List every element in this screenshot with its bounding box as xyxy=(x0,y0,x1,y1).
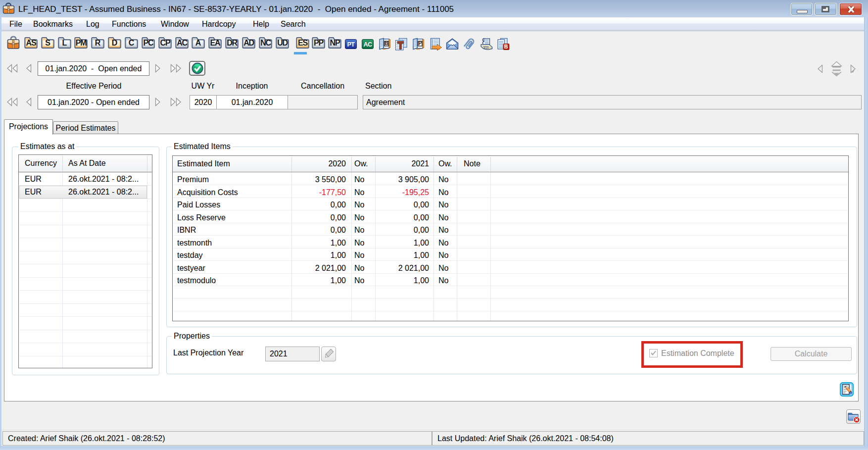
svg-text:AD: AD xyxy=(243,39,254,47)
svg-text:AS: AS xyxy=(26,39,37,47)
svg-text:D: D xyxy=(112,39,118,47)
svg-text:ES: ES xyxy=(298,39,308,47)
svg-text:A: A xyxy=(195,39,201,47)
svg-text:EA: EA xyxy=(210,39,221,47)
svg-text:AC: AC xyxy=(177,39,188,47)
svg-text:DR: DR xyxy=(227,39,238,47)
svg-text:NP: NP xyxy=(330,39,340,47)
svg-text:B: B xyxy=(504,44,508,50)
svg-text:UD: UD xyxy=(277,39,288,47)
svg-text:R: R xyxy=(95,39,101,47)
svg-text:PM: PM xyxy=(76,39,87,47)
svg-text:C: C xyxy=(129,39,135,47)
svg-text:NC: NC xyxy=(260,39,271,47)
svg-text:CP: CP xyxy=(160,39,171,47)
svg-text:B: B xyxy=(385,41,388,46)
svg-text:PC: PC xyxy=(144,39,154,47)
svg-text:L: L xyxy=(62,39,67,47)
svg-text:PP: PP xyxy=(314,39,324,47)
svg-text:P: P xyxy=(419,41,422,46)
svg-text:S: S xyxy=(45,39,50,47)
